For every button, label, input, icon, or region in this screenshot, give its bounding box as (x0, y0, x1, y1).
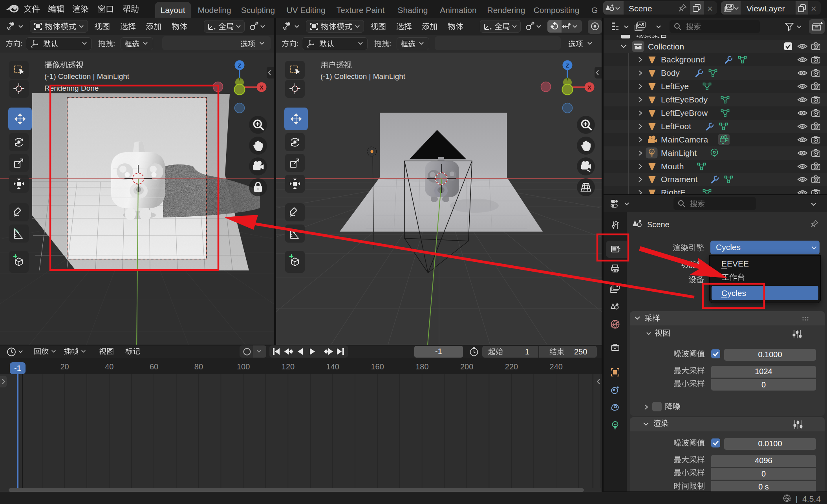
svg-text:Y: Y (566, 76, 569, 82)
svg-text:Y: Y (238, 76, 241, 82)
svg-text:Z: Z (238, 62, 242, 69)
svg-text:Z: Z (566, 62, 569, 69)
svg-text:X: X (260, 84, 263, 91)
svg-text:X: X (587, 84, 591, 91)
